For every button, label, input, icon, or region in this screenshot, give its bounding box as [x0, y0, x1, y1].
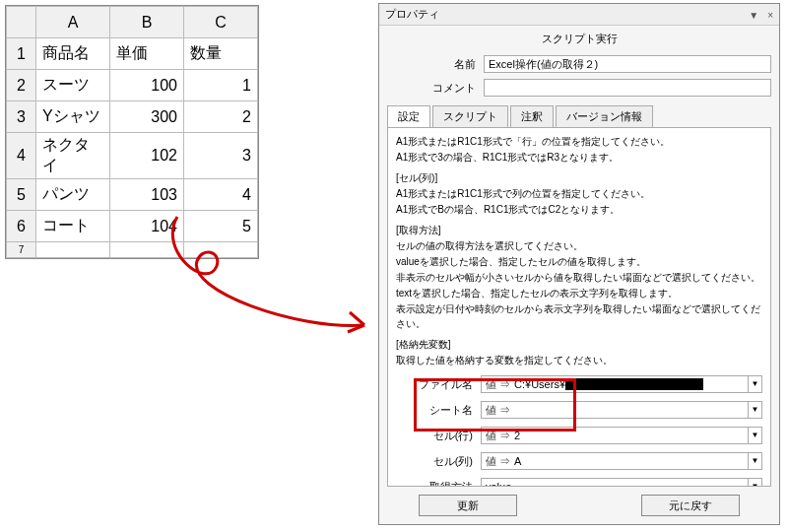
- desc-text: A1形式で3の場合、R1C1形式ではR3となります。: [396, 150, 762, 165]
- redacted: [565, 378, 703, 390]
- tab-notes[interactable]: 注釈: [510, 105, 554, 127]
- cell[interactable]: スーツ: [36, 70, 110, 101]
- method-label: 取得方法: [396, 479, 473, 487]
- tab-version[interactable]: バージョン情報: [556, 105, 653, 127]
- row-header[interactable]: 2: [7, 70, 36, 101]
- desc-text: A1形式またはR1C1形式で「行」の位置を指定してください。: [396, 134, 762, 149]
- desc-text: 表示設定が日付や時刻のセルから表示文字列を取得したい場面などで選択してください。: [396, 301, 762, 331]
- chevron-down-icon[interactable]: ▼: [748, 376, 761, 392]
- desc-text: 取得した値を格納する変数を指定してください。: [396, 353, 762, 367]
- cell[interactable]: 1: [184, 70, 258, 101]
- excel-grid: A B C 1商品名単価数量 2スーツ1001 3Yシャツ3002 4ネクタイ1…: [5, 5, 259, 259]
- revert-button[interactable]: 元に戻す: [641, 495, 740, 516]
- col-header-c[interactable]: C: [184, 7, 258, 38]
- comment-input[interactable]: [484, 79, 771, 97]
- dropdown-icon[interactable]: ▼: [749, 10, 758, 21]
- cell[interactable]: 商品名: [36, 38, 110, 70]
- tab-settings[interactable]: 設定: [387, 105, 430, 127]
- chevron-down-icon[interactable]: ▼: [748, 428, 761, 443]
- sheet-label: シート名: [396, 402, 473, 419]
- cell-row-label: セル(行): [396, 428, 473, 444]
- cell[interactable]: 100: [110, 70, 184, 101]
- cell-col-input[interactable]: 値 ⇒A▼: [481, 452, 762, 470]
- row-header[interactable]: 6: [7, 211, 36, 242]
- col-header-b[interactable]: B: [110, 7, 184, 38]
- panel-title-text: プロパティ: [385, 7, 439, 22]
- desc-text: 非表示のセルや幅が小さいセルから値を取得したい場面などで選択してください。: [396, 270, 762, 285]
- cell[interactable]: 102: [110, 133, 184, 179]
- cell[interactable]: 4: [184, 179, 258, 211]
- sheet-input[interactable]: 値 ⇒▼: [481, 401, 762, 419]
- name-label: 名前: [387, 57, 476, 72]
- desc-text: textを選択した場合、指定したセルの表示文字列を取得します。: [396, 286, 762, 300]
- name-input[interactable]: [484, 55, 771, 73]
- cell[interactable]: 103: [110, 179, 184, 211]
- row-header[interactable]: 4: [7, 133, 36, 179]
- cell[interactable]: コート: [36, 211, 110, 242]
- section-title: スクリプト実行: [379, 26, 779, 52]
- file-input[interactable]: 値 ⇒C:¥Users¥▼: [481, 375, 762, 393]
- tabs: 設定 スクリプト 注釈 バージョン情報: [379, 105, 779, 127]
- desc-text: A1形式またはR1C1形式で列の位置を指定してください。: [396, 186, 762, 201]
- desc-text: valueを選択した場合、指定したセルの値を取得します。: [396, 254, 762, 269]
- cell[interactable]: ネクタイ: [36, 133, 110, 179]
- cell[interactable]: パンツ: [36, 179, 110, 211]
- cell[interactable]: [110, 242, 184, 258]
- row-header[interactable]: 7: [7, 242, 36, 258]
- chevron-down-icon[interactable]: ▼: [748, 479, 761, 487]
- cell[interactable]: 5: [184, 211, 258, 242]
- panel-titlebar: プロパティ ▼ ×: [379, 4, 779, 26]
- chevron-down-icon[interactable]: ▼: [748, 402, 761, 418]
- close-icon[interactable]: ×: [767, 10, 773, 21]
- tab-body: A1形式またはR1C1形式で「行」の位置を指定してください。 A1形式で3の場合…: [387, 127, 771, 487]
- cell[interactable]: 3: [184, 133, 258, 179]
- cell[interactable]: 2: [184, 101, 258, 133]
- desc-text: セルの値の取得方法を選択してください。: [396, 238, 762, 253]
- properties-panel: プロパティ ▼ × スクリプト実行 名前 コメント 設定 スクリプト 注釈 バー…: [378, 3, 780, 525]
- file-label: ファイル名: [396, 376, 473, 393]
- desc-heading: [セル(列)]: [396, 170, 762, 185]
- cell[interactable]: [36, 242, 110, 258]
- cell[interactable]: Yシャツ: [36, 101, 110, 133]
- select-all-corner[interactable]: [7, 7, 36, 38]
- chevron-down-icon[interactable]: ▼: [748, 453, 761, 469]
- cell[interactable]: 数量: [184, 38, 258, 70]
- cell[interactable]: 単価: [110, 38, 184, 70]
- method-input[interactable]: value▼: [481, 478, 762, 487]
- cell-col-label: セル(列): [396, 453, 473, 470]
- desc-heading: [取得方法]: [396, 223, 762, 237]
- desc-text: A1形式でBの場合、R1C1形式ではC2となります。: [396, 202, 762, 217]
- cell[interactable]: [184, 242, 258, 258]
- desc-heading: [格納先変数]: [396, 337, 762, 352]
- tab-script[interactable]: スクリプト: [432, 105, 508, 127]
- update-button[interactable]: 更新: [419, 495, 517, 516]
- cell-row-input[interactable]: 値 ⇒2▼: [481, 427, 762, 444]
- cell[interactable]: 300: [110, 101, 184, 133]
- col-header-a[interactable]: A: [36, 7, 110, 38]
- row-header[interactable]: 3: [7, 101, 36, 133]
- cell[interactable]: 104: [110, 211, 184, 242]
- row-header[interactable]: 5: [7, 179, 36, 211]
- row-header[interactable]: 1: [7, 38, 36, 70]
- comment-label: コメント: [387, 81, 476, 96]
